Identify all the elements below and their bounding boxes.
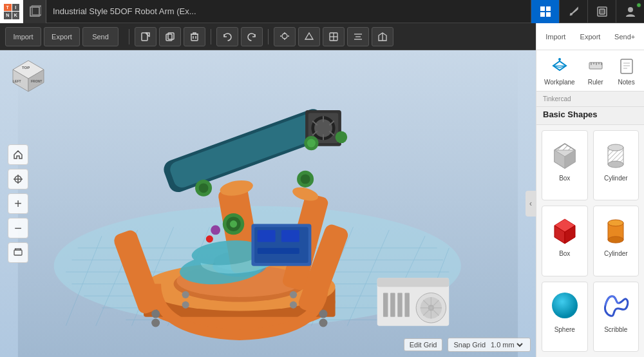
svg-point-100: [336, 131, 348, 144]
svg-point-115: [151, 310, 160, 318]
grid-view-button[interactable]: [531, 0, 559, 23]
cylinder-grey-icon: [598, 136, 634, 172]
orient-top-label: TOP: [22, 66, 30, 70]
workplane-label: Workplane: [544, 79, 575, 86]
notes-label: Notes: [618, 79, 635, 86]
shapes-grid: Box Cylinder: [536, 125, 644, 357]
shape-cylinder-orange[interactable]: Cylinder: [593, 206, 639, 276]
shape-box-grey-label: Box: [559, 175, 570, 182]
shapes-category: Tinkercad: [536, 92, 644, 107]
orientation-cube[interactable]: TOP LEFT FRONT: [8, 58, 49, 99]
svg-rect-105: [390, 293, 395, 317]
shape-sphere-teal[interactable]: Sphere: [542, 282, 588, 352]
app-icon[interactable]: [23, 0, 46, 23]
right-panel: Import Export Send+ Workplane: [536, 23, 644, 357]
3d-viewport[interactable]: TOP LEFT FRONT: [0, 50, 536, 357]
svg-rect-7: [540, 12, 545, 17]
orient-front-label: FRONT: [31, 79, 42, 83]
export-button[interactable]: [587, 0, 616, 23]
new-button[interactable]: [135, 27, 156, 46]
copy-button[interactable]: [159, 27, 181, 46]
edit-grid-label[interactable]: Edit Grid: [404, 338, 443, 351]
shape-cylinder-orange-label: Cylinder: [604, 250, 628, 257]
perspective-button[interactable]: [8, 242, 28, 263]
shape-button[interactable]: [298, 27, 320, 46]
rp-import-button[interactable]: Import: [539, 26, 573, 47]
profile-button[interactable]: [616, 0, 644, 23]
group-button[interactable]: [372, 27, 393, 46]
svg-rect-6: [546, 6, 551, 11]
svg-rect-103: [377, 278, 450, 287]
light-bulb-button[interactable]: [274, 27, 296, 46]
svg-point-118: [319, 319, 327, 327]
svg-point-157: [608, 220, 623, 226]
rp-export-button[interactable]: Export: [574, 26, 607, 47]
shape-sphere-teal-label: Sphere: [554, 326, 575, 333]
import-button[interactable]: Import: [5, 27, 41, 46]
svg-point-151: [608, 144, 623, 151]
export-button-toolbar[interactable]: Export: [44, 27, 80, 46]
snap-grid-control[interactable]: Snap Grid 1.0 mm 0.5 mm 2.0 mm: [448, 338, 531, 352]
ruler-tool[interactable]: Ruler: [580, 53, 611, 88]
svg-point-21: [282, 34, 287, 39]
undo-button[interactable]: [216, 27, 238, 46]
svg-point-152: [608, 161, 623, 168]
send-button[interactable]: Send: [82, 27, 118, 46]
right-panel-toolbar: Import Export Send+: [536, 23, 644, 50]
shape-box-red[interactable]: Box: [542, 206, 588, 276]
svg-point-116: [319, 310, 327, 318]
shape-cylinder-grey[interactable]: Cylinder: [593, 130, 639, 200]
svg-point-69: [230, 220, 237, 227]
svg-point-61: [182, 302, 189, 309]
svg-rect-126: [14, 250, 22, 255]
delete-button[interactable]: [184, 27, 205, 46]
svg-point-119: [206, 235, 213, 242]
box-red-icon: [547, 211, 583, 247]
cylinder-orange-icon: [598, 211, 634, 247]
ruler-icon: [585, 55, 606, 76]
viewport-controls: + −: [8, 144, 28, 263]
zoom-in-button[interactable]: +: [8, 193, 28, 214]
shape-scribble-blue[interactable]: Scribble: [593, 282, 639, 352]
svg-marker-26: [305, 33, 313, 39]
snap-value-select[interactable]: 1.0 mm 0.5 mm 2.0 mm: [488, 340, 525, 349]
workplane-tools-row: Workplane Ruler: [536, 50, 644, 92]
svg-point-9: [570, 13, 573, 15]
svg-rect-18: [191, 34, 198, 41]
document-title: Industrial Style 5DOF Robot Arm (Ex...: [46, 6, 531, 16]
align-button[interactable]: [347, 27, 369, 46]
home-button[interactable]: [8, 144, 28, 165]
svg-rect-87: [258, 248, 299, 254]
panel-collapse-button[interactable]: ‹: [526, 191, 536, 217]
shape-scribble-blue-label: Scribble: [604, 326, 627, 333]
shape-box-grey[interactable]: Box: [542, 130, 588, 200]
svg-point-62: [290, 302, 297, 309]
redo-button[interactable]: [241, 27, 263, 46]
svg-point-133: [558, 58, 561, 61]
toolbar: Import Export Send: [0, 23, 536, 50]
svg-rect-107: [404, 293, 409, 317]
svg-point-99: [307, 139, 316, 148]
fit-view-button[interactable]: [8, 169, 28, 189]
svg-rect-5: [540, 6, 545, 11]
rp-send-button[interactable]: Send+: [608, 26, 641, 47]
workplane-tool[interactable]: Workplane: [539, 53, 580, 88]
svg-point-12: [628, 7, 633, 12]
sphere-teal-icon: [547, 287, 583, 323]
notes-tool[interactable]: Notes: [611, 53, 642, 88]
zoom-out-button[interactable]: −: [8, 218, 28, 238]
tools-button[interactable]: [559, 0, 587, 23]
svg-point-75: [301, 174, 310, 184]
ruler-label: Ruler: [588, 79, 603, 86]
svg-rect-104: [383, 293, 388, 317]
svg-rect-85: [258, 230, 276, 242]
scribble-blue-icon: [598, 287, 634, 323]
box-grey-icon: [547, 136, 583, 172]
view-button[interactable]: [323, 27, 345, 46]
svg-point-77: [199, 183, 209, 193]
svg-point-101: [211, 225, 220, 235]
snap-grid-label: Snap Grid: [453, 341, 486, 349]
orient-left-label: LEFT: [13, 79, 21, 83]
tinkercad-logo[interactable]: T I N K: [0, 0, 23, 23]
svg-rect-11: [600, 9, 605, 14]
